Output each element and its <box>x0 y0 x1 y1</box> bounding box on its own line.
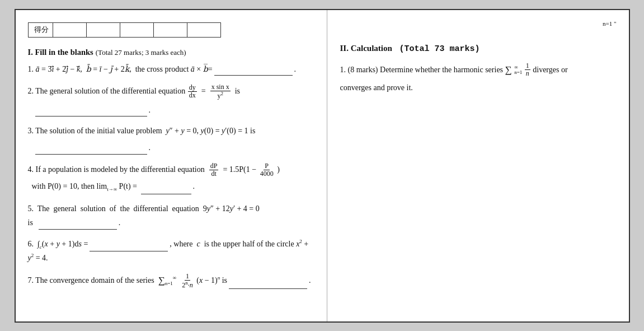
calc-problem-1-line1: 1. (8 marks) Determine whether the harmo… <box>340 62 616 79</box>
score-cell-2 <box>86 22 120 37</box>
problem-2: 2. The general solution of the different… <box>28 83 315 116</box>
calc-problem-1-line2: converges and prove it. <box>340 81 616 95</box>
problem-3-text: 3. The solution of the initial value pro… <box>28 127 256 135</box>
problem-2-frac-dy: dy dx <box>188 84 197 99</box>
problem-6-text: 6. ∫c(x + y + 1)ds =, where c is the upp… <box>28 240 309 262</box>
left-panel: 得分 I. Fill in the blanks(Total 27 marks;… <box>16 10 328 321</box>
problem-6: 6. ∫c(x + y + 1)ds =, where c is the upp… <box>28 237 315 265</box>
problem-4-line1: 4. If a population is modeled by the dif… <box>28 162 315 178</box>
calc-p1-sigma: ∑ <box>505 64 512 75</box>
problem-7: 7. The convergence domain of the series … <box>28 273 315 289</box>
problem-4-paren: ) <box>277 165 280 174</box>
section1-name: Fill in the blanks <box>35 48 93 57</box>
problem-4-text: 4. If a population is modeled by the dif… <box>28 165 207 174</box>
problem-2-frac-xsinx: x sin x y2 <box>210 83 231 100</box>
section2-marks: (Total 73 marks) <box>394 44 480 54</box>
problem-2-is: is <box>233 87 240 95</box>
calc-p1-text: Determine whether the harmonic series <box>380 65 505 73</box>
problem-4-frac-P: P 4000 <box>259 162 275 178</box>
calc-p1-limits: ∞ n=1 <box>514 65 522 75</box>
section2-title: II. Calculation (Total 73 marks) <box>340 44 616 54</box>
score-cell-3 <box>120 22 153 37</box>
calc-p1-marks: (8 marks) <box>347 65 380 73</box>
problem-2-blank-line: . <box>34 104 315 117</box>
problem-4-text2: with P(0) = 10, then limt→∞ P(t) = . <box>28 182 195 190</box>
right-panel: n=1 " II. Calculation (Total 73 marks) 1… <box>327 10 628 321</box>
calc-p1-num: 1. <box>340 65 347 73</box>
section1-subtitle: (Total 27 marks; 3 marks each) <box>96 48 186 57</box>
calc-p1-divconverge: diverges or <box>533 65 567 73</box>
problem-4-frac-dP: dP dt <box>209 162 219 178</box>
score-table: 得分 <box>28 22 221 38</box>
top-note: n=1 " <box>340 20 616 27</box>
problem-3-line1: 3. The solution of the initial value pro… <box>28 124 315 138</box>
score-cell-5 <box>187 22 220 37</box>
problem-5: 5. The general solution of the different… <box>28 202 315 230</box>
problem-5-text: 5. The general solution of the different… <box>28 204 260 213</box>
problem-4: 4. If a population is modeled by the dif… <box>28 162 315 194</box>
calc-problem-1: 1. (8 marks) Determine whether the harmo… <box>340 62 616 95</box>
problem-7-frac: 1 2n·n <box>181 273 194 289</box>
section1-numeral: I. <box>28 48 35 57</box>
problem-4-line2: with P(0) = 10, then limt→∞ P(t) = . <box>28 180 315 194</box>
problem-2-line1: 2. The general solution of the different… <box>28 83 315 100</box>
score-cell-4 <box>153 22 187 37</box>
calc-p1-frac: 1 n <box>525 62 530 77</box>
problem-4-eq: = 1.5P(1 − <box>221 165 256 174</box>
score-cell-1 <box>53 22 86 37</box>
section2-numeral: II. Calculation <box>340 44 392 53</box>
section1-title: I. Fill in the blanks(Total 27 marks; 3 … <box>28 48 315 57</box>
exam-page: 得分 I. Fill in the blanks(Total 27 marks;… <box>15 9 630 323</box>
problem-2-text: 2. The general solution of the different… <box>28 87 187 95</box>
problem-3: 3. The solution of the initial value pro… <box>28 124 315 155</box>
problem-1-num: 1. <box>28 65 36 73</box>
problem-3-blank-line: . <box>34 141 315 155</box>
problem-1-text: ā = 3i⃗ + 2j⃗ − k⃗, b̄ = ī − j̄ + 2k̄, t… <box>36 65 297 73</box>
problem-5-is: is . <box>28 218 121 227</box>
problem-1: 1. ā = 3i⃗ + 2j⃗ − k⃗, b̄ = ī − j̄ + 2k̄… <box>28 63 315 76</box>
problem-7-text: 7. The convergence domain of the series … <box>28 276 311 285</box>
problem-5-line2: is . <box>28 216 315 230</box>
score-label: 得分 <box>28 22 53 37</box>
calc-p1-text2: converges and prove it. <box>340 83 412 92</box>
problem-5-line1: 5. The general solution of the different… <box>28 202 315 216</box>
problem-2-eq: = <box>199 87 208 95</box>
top-note-text: n=1 " <box>603 20 616 27</box>
